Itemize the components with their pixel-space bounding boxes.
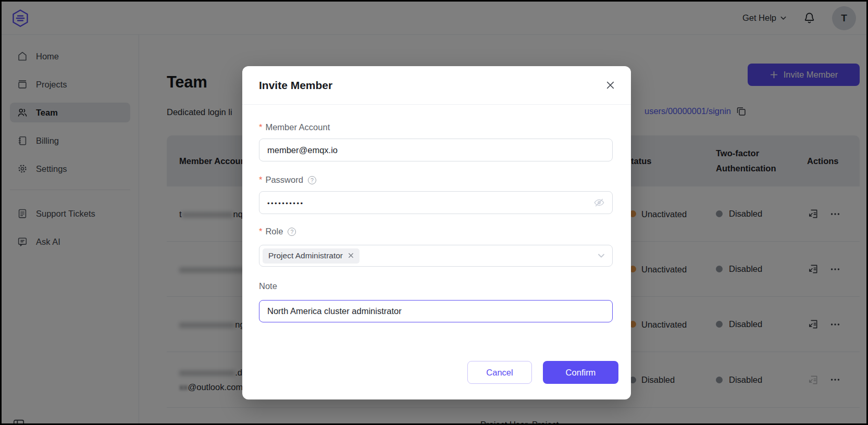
note-label: Note bbox=[259, 281, 613, 291]
note-field-focused[interactable]: North America cluster administrator bbox=[259, 300, 613, 322]
close-icon[interactable] bbox=[603, 78, 617, 92]
chevron-down-icon bbox=[597, 252, 605, 260]
modal-header: Invite Member bbox=[242, 66, 631, 105]
tag-close-icon[interactable] bbox=[348, 252, 354, 259]
modal-title: Invite Member bbox=[259, 79, 332, 92]
required-asterisk: * bbox=[259, 227, 262, 236]
help-circle-icon[interactable]: ? bbox=[308, 176, 316, 184]
password-field[interactable]: •••••••••• bbox=[259, 191, 613, 214]
required-asterisk: * bbox=[259, 122, 262, 132]
member-account-field[interactable]: member@emqx.io bbox=[259, 139, 613, 161]
role-tag: Project Administrator bbox=[263, 248, 359, 264]
eye-off-icon[interactable] bbox=[593, 197, 605, 208]
modal-footer: Cancel Confirm bbox=[242, 361, 631, 399]
modal-body: * Member Account member@emqx.io * Passwo… bbox=[242, 105, 631, 322]
password-masked-value: •••••••••• bbox=[267, 199, 304, 207]
role-select[interactable]: Project Administrator bbox=[259, 245, 613, 267]
role-label: * Role ? bbox=[259, 227, 613, 236]
invite-member-modal: Invite Member * Member Account member@em… bbox=[242, 66, 631, 399]
cancel-button[interactable]: Cancel bbox=[467, 361, 532, 384]
role-tag-label: Project Administrator bbox=[268, 251, 343, 260]
member-account-label: * Member Account bbox=[259, 122, 613, 132]
note-value: North America cluster administrator bbox=[267, 306, 402, 316]
confirm-button[interactable]: Confirm bbox=[543, 361, 618, 384]
member-account-value: member@emqx.io bbox=[267, 145, 338, 155]
password-label: * Password ? bbox=[259, 175, 613, 185]
help-circle-icon[interactable]: ? bbox=[288, 228, 296, 236]
required-asterisk: * bbox=[259, 175, 262, 185]
app-window: Get Help T Home bbox=[0, 0, 868, 425]
